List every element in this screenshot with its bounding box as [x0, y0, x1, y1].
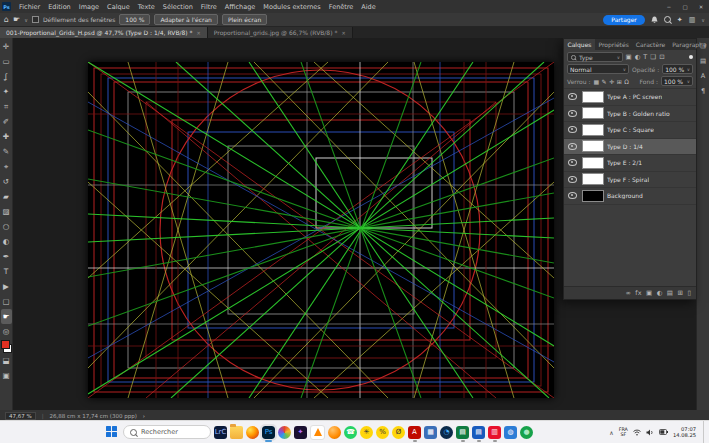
- lock-paint-icon[interactable]: ✎: [602, 78, 607, 85]
- taskbar-app-orange-ball-app[interactable]: [328, 426, 341, 439]
- menu-affichage[interactable]: Affichage: [221, 3, 260, 11]
- menu-filtre[interactable]: Filtre: [197, 3, 221, 11]
- taskbar-app-file-explorer[interactable]: [230, 426, 243, 439]
- close-tab-icon[interactable]: ✕: [197, 30, 201, 36]
- taskbar-app-word[interactable]: ▤: [472, 426, 485, 439]
- menu-aide[interactable]: Aide: [357, 3, 379, 11]
- dock-paragraph-icon[interactable]: ¶: [701, 87, 705, 95]
- tab-proprietes[interactable]: Propriétés: [595, 39, 632, 50]
- taskbar-app-dark-circle-app[interactable]: ◔: [440, 426, 453, 439]
- path-select-tool[interactable]: ▶: [1, 279, 12, 294]
- foreground-color[interactable]: [1, 340, 10, 349]
- taskbar-app-whatsapp[interactable]: ☎: [344, 426, 357, 439]
- eyedropper-tool[interactable]: ✐: [1, 114, 12, 129]
- layer-row[interactable]: Type D : 1/4: [564, 139, 696, 156]
- taskbar-app-green-circle-app[interactable]: ●: [520, 426, 533, 439]
- menu-image[interactable]: Image: [75, 3, 103, 11]
- history-brush-tool[interactable]: ↺: [1, 174, 12, 189]
- filter-smart-objects-icon[interactable]: ⊡: [659, 53, 664, 61]
- menu-calque[interactable]: Calque: [103, 3, 134, 11]
- share-button[interactable]: Partager: [603, 15, 645, 25]
- menu-fichier[interactable]: Fichier: [15, 3, 44, 11]
- link-layers-icon[interactable]: ∞: [625, 289, 630, 297]
- lock-position-icon[interactable]: ✛: [609, 78, 614, 85]
- layer-row[interactable]: Type F : Spiral: [564, 172, 696, 189]
- taskbar-app-yellow-app-2[interactable]: %: [376, 426, 389, 439]
- workspace-chevron-icon[interactable]: ∨: [701, 17, 705, 23]
- home-icon[interactable]: ⌂: [4, 15, 9, 24]
- tray-overflow-chevron-icon[interactable]: ∧: [609, 429, 613, 436]
- show-desktop-button[interactable]: [703, 421, 706, 443]
- quick-mask-tool[interactable]: ⬓: [1, 353, 12, 368]
- visibility-eye-icon[interactable]: [568, 110, 577, 117]
- taskbar-app-yellow-app-1[interactable]: ✳: [360, 426, 373, 439]
- taskbar-app-calculator[interactable]: ▦: [424, 426, 437, 439]
- clock[interactable]: 07:0714.08.25: [673, 426, 696, 438]
- lock-artboard-icon[interactable]: ⊞: [617, 78, 622, 85]
- new-adjustment-layer-icon[interactable]: ◐: [657, 289, 663, 297]
- tab-caractere[interactable]: Caractère: [632, 39, 668, 50]
- document-tab-psd[interactable]: 001-Proportional_Grids_H.psd @ 47,7% (Ty…: [0, 27, 208, 38]
- taskbar-app-lightroom[interactable]: LrC: [214, 426, 227, 439]
- taskbar-app-firefox[interactable]: [246, 426, 259, 439]
- hand-tool[interactable]: ☛: [1, 309, 12, 324]
- pen-tool[interactable]: ✒: [1, 249, 12, 264]
- gradient-tool[interactable]: ▨: [1, 204, 12, 219]
- filter-adjustment-layers-icon[interactable]: ◐: [635, 53, 641, 61]
- layer-row[interactable]: Type B : Golden ratio: [564, 106, 696, 123]
- shape-tool[interactable]: ▢: [1, 294, 12, 309]
- add-layer-mask-icon[interactable]: ▣: [646, 289, 652, 297]
- move-tool[interactable]: ✛: [1, 39, 12, 54]
- document-canvas[interactable]: [88, 62, 554, 398]
- tool-preset-chevron-icon[interactable]: ∨: [24, 17, 28, 23]
- new-layer-icon[interactable]: ⊞: [677, 289, 682, 297]
- tab-calques[interactable]: Calques: [564, 39, 595, 50]
- visibility-eye-icon[interactable]: [568, 126, 577, 133]
- blend-mode-select[interactable]: Normal ∨: [567, 64, 629, 74]
- lock-all-icon[interactable]: Ω: [624, 78, 629, 85]
- visibility-eye-icon[interactable]: [568, 176, 577, 183]
- visibility-eye-icon[interactable]: [568, 159, 577, 166]
- start-button[interactable]: [106, 426, 118, 438]
- healing-tool[interactable]: ✚: [1, 129, 12, 144]
- dock-libraries-icon[interactable]: ▤: [700, 57, 706, 65]
- zoom-tool[interactable]: ◎: [1, 324, 12, 339]
- language-indicator[interactable]: FRASF: [619, 427, 628, 437]
- taskbar-app-photos[interactable]: [278, 426, 291, 439]
- hand-tool-icon[interactable]: ☛: [13, 15, 20, 24]
- close-tab-icon[interactable]: ✕: [341, 30, 345, 36]
- full-screen-button[interactable]: Plein écran: [222, 14, 267, 25]
- workspace-layout-icon[interactable]: ▥: [689, 16, 696, 24]
- lasso-tool[interactable]: ʆ: [1, 69, 12, 84]
- document-tab-jpg[interactable]: Proportional_grids.jpg @ 66,7% (RVB/8) *…: [208, 27, 353, 38]
- clone-stamp-tool[interactable]: ⌖: [1, 159, 12, 174]
- taskbar-search[interactable]: Rechercher: [123, 425, 211, 439]
- menu-modules-externes[interactable]: Modules externes: [259, 3, 324, 11]
- battery-icon[interactable]: [659, 429, 668, 435]
- taskbar-app-vlc[interactable]: [310, 425, 325, 440]
- marquee-tool[interactable]: ▭: [1, 54, 12, 69]
- status-expand-icon[interactable]: ›: [143, 413, 145, 419]
- zoom-100-button[interactable]: 100 %: [119, 14, 150, 25]
- menu-s-lection[interactable]: Sélection: [159, 3, 197, 11]
- taskbar-app-blue-app[interactable]: ◍: [504, 426, 517, 439]
- visibility-eye-icon[interactable]: [568, 143, 577, 150]
- wifi-icon[interactable]: [633, 429, 641, 436]
- layer-search-field[interactable]: Type ∨: [567, 52, 623, 62]
- visibility-eye-icon[interactable]: [568, 192, 577, 199]
- object-selection-tool[interactable]: ✦: [1, 84, 12, 99]
- taskbar-app-acrobat[interactable]: A: [408, 426, 421, 439]
- screen-mode-tool[interactable]: ▣: [1, 368, 12, 383]
- menu-edition[interactable]: Edition: [44, 3, 75, 11]
- brush-tool[interactable]: ✎: [1, 144, 12, 159]
- crop-tool[interactable]: ⌗: [1, 99, 12, 114]
- eraser-tool[interactable]: ▰: [1, 189, 12, 204]
- filter-toggle[interactable]: [689, 55, 693, 59]
- sparkle-icon[interactable]: ✦: [677, 16, 683, 24]
- search-icon[interactable]: [664, 16, 671, 23]
- taskbar-app-purple-app[interactable]: ✦: [294, 426, 307, 439]
- lock-transparency-icon[interactable]: ▦: [593, 78, 599, 85]
- taskbar-app-excel[interactable]: ▤: [456, 426, 469, 439]
- filter-pixel-layers-icon[interactable]: ▣: [626, 53, 632, 61]
- type-tool[interactable]: T: [1, 264, 12, 279]
